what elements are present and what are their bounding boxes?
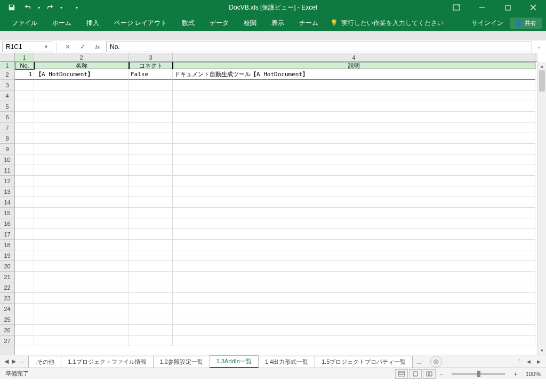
redo-button[interactable]: [43, 1, 58, 14]
sheet-tab-addin[interactable]: 1.3AddIn一覧: [210, 355, 259, 368]
row-header-1[interactable]: 1: [0, 62, 14, 69]
undo-button[interactable]: [20, 1, 35, 14]
cell[interactable]: [34, 261, 129, 272]
col-header-2[interactable]: 2: [34, 53, 129, 61]
sheet-tab-outputformat[interactable]: 1.4出力形式一覧: [258, 356, 315, 368]
row-header-22[interactable]: 22: [0, 282, 14, 293]
row-header-9[interactable]: 9: [0, 144, 14, 154]
tab-team[interactable]: チーム: [292, 15, 326, 31]
cell[interactable]: [34, 282, 129, 293]
cell[interactable]: [15, 208, 34, 218]
cell[interactable]: [173, 250, 535, 261]
vertical-scrollbar[interactable]: ▲ ▼: [537, 62, 546, 355]
row-header-27[interactable]: 27: [0, 336, 14, 346]
row-header-11[interactable]: 11: [0, 165, 14, 176]
cell[interactable]: [173, 144, 535, 154]
cell[interactable]: [34, 336, 129, 346]
cell[interactable]: [129, 80, 173, 91]
cell-r1c2[interactable]: 名称: [34, 62, 129, 69]
cell[interactable]: [129, 282, 173, 293]
add-sheet-button[interactable]: ⊕: [430, 356, 442, 368]
zoom-level[interactable]: 100%: [526, 371, 541, 377]
cell[interactable]: [173, 218, 535, 229]
cell[interactable]: [34, 186, 129, 197]
zoom-thumb[interactable]: [477, 371, 480, 377]
row-header-23[interactable]: 23: [0, 293, 14, 304]
cell[interactable]: [15, 272, 34, 282]
cell[interactable]: [129, 154, 173, 165]
row-header-16[interactable]: 16: [0, 218, 14, 229]
cell[interactable]: [34, 133, 129, 144]
cell[interactable]: [15, 123, 34, 133]
cell[interactable]: [15, 176, 34, 186]
cell[interactable]: [129, 176, 173, 186]
cell[interactable]: [173, 91, 535, 101]
row-header-24[interactable]: 24: [0, 304, 14, 314]
signin-link[interactable]: サインイン: [471, 19, 503, 28]
row-header-12[interactable]: 12: [0, 176, 14, 186]
cell[interactable]: [15, 101, 34, 112]
hscroll-left[interactable]: ◀: [525, 359, 533, 364]
cell[interactable]: [129, 325, 173, 336]
tell-me-search[interactable]: 💡 実行したい作業を入力してください: [330, 19, 444, 28]
cell[interactable]: [34, 101, 129, 112]
select-all-corner[interactable]: [0, 53, 15, 62]
cell[interactable]: [129, 186, 173, 197]
cell-r1c4[interactable]: 説明: [173, 62, 535, 69]
cell[interactable]: [173, 186, 535, 197]
cell[interactable]: [34, 272, 129, 282]
cell[interactable]: [34, 250, 129, 261]
row-header-17[interactable]: 17: [0, 229, 14, 240]
cell[interactable]: [15, 325, 34, 336]
cell[interactable]: [173, 176, 535, 186]
close-button[interactable]: [527, 1, 540, 14]
col-header-1[interactable]: 1: [15, 53, 34, 61]
cell[interactable]: [34, 218, 129, 229]
cell[interactable]: [129, 261, 173, 272]
tab-nav-next[interactable]: ▶: [12, 358, 16, 365]
cell[interactable]: [34, 314, 129, 325]
cell[interactable]: [34, 176, 129, 186]
sheet-tab-projectproperty[interactable]: 1.5プロジェクトプロパティ一覧: [315, 356, 413, 368]
cell-r2c4[interactable]: ドキュメント自動生成ツール【A HotDocument】: [173, 69, 535, 80]
tab-pagelayout[interactable]: ページ レイアウト: [107, 15, 174, 31]
zoom-slider[interactable]: [452, 373, 505, 375]
view-pagelayout-button[interactable]: [409, 369, 422, 379]
cell[interactable]: [34, 304, 129, 314]
cell-grid[interactable]: No. 名称 コネクト 説明 1 【A HotDocument】 False ド…: [15, 62, 537, 355]
cell[interactable]: [15, 304, 34, 314]
cell-r2c1[interactable]: 1: [15, 69, 34, 80]
cell[interactable]: [15, 229, 34, 240]
cell[interactable]: [34, 80, 129, 91]
cell[interactable]: [129, 304, 173, 314]
row-header-14[interactable]: 14: [0, 197, 14, 208]
cell[interactable]: [173, 133, 535, 144]
cell[interactable]: [129, 293, 173, 304]
cell[interactable]: [173, 293, 535, 304]
row-header-21[interactable]: 21: [0, 272, 14, 282]
enter-formula-button[interactable]: ✓: [76, 42, 89, 52]
cell[interactable]: [173, 282, 535, 293]
tab-home[interactable]: ホーム: [45, 15, 79, 31]
cell[interactable]: [34, 144, 129, 154]
cell[interactable]: [173, 208, 535, 218]
ribbon-display-options[interactable]: [450, 1, 463, 14]
col-header-3[interactable]: 3: [129, 53, 173, 61]
cell[interactable]: [173, 197, 535, 208]
cell[interactable]: [34, 240, 129, 250]
qat-customize[interactable]: ▾: [69, 1, 84, 14]
cell[interactable]: [129, 218, 173, 229]
cell[interactable]: [173, 325, 535, 336]
row-header-4[interactable]: 4: [0, 91, 14, 101]
cell[interactable]: [15, 293, 34, 304]
undo-dropdown[interactable]: ▾: [36, 1, 42, 14]
cell[interactable]: [173, 154, 535, 165]
cell[interactable]: [173, 261, 535, 272]
cell[interactable]: [129, 112, 173, 123]
cell[interactable]: [15, 144, 34, 154]
cell[interactable]: [15, 186, 34, 197]
save-button[interactable]: [4, 1, 19, 14]
zoom-in-button[interactable]: +: [510, 371, 520, 377]
cell[interactable]: [129, 133, 173, 144]
row-header-18[interactable]: 18: [0, 240, 14, 250]
